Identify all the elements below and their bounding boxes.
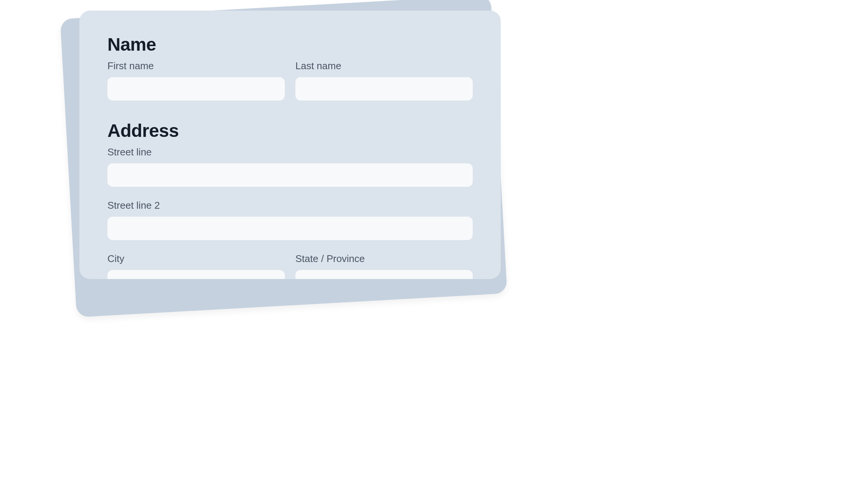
street1-label: Street line: [107, 146, 473, 158]
street1-field: Street line: [107, 146, 473, 187]
street2-field: Street line 2: [107, 200, 473, 240]
city-input[interactable]: [107, 270, 285, 279]
last-name-input[interactable]: [295, 77, 473, 101]
name-section-title: Name: [107, 34, 473, 55]
last-name-label: Last name: [295, 60, 473, 72]
city-field: City: [107, 253, 285, 279]
street2-label: Street line 2: [107, 200, 473, 211]
state-label: State / Province: [295, 253, 473, 265]
first-name-field: First name: [107, 60, 285, 101]
state-field: State / Province: [295, 253, 473, 279]
first-name-label: First name: [107, 60, 285, 72]
street1-input[interactable]: [107, 163, 473, 187]
street2-row: Street line 2: [107, 200, 473, 240]
first-name-input[interactable]: [107, 77, 285, 101]
form-card-stack: Name First name Last name Address Street…: [68, 4, 507, 306]
state-input[interactable]: [295, 270, 473, 279]
form-card: Name First name Last name Address Street…: [79, 11, 501, 279]
street1-row: Street line: [107, 146, 473, 187]
city-label: City: [107, 253, 285, 265]
address-section-title: Address: [107, 120, 473, 141]
last-name-field: Last name: [295, 60, 473, 101]
street2-input[interactable]: [107, 217, 473, 240]
name-row: First name Last name: [107, 60, 473, 101]
city-state-row: City State / Province: [107, 253, 473, 279]
